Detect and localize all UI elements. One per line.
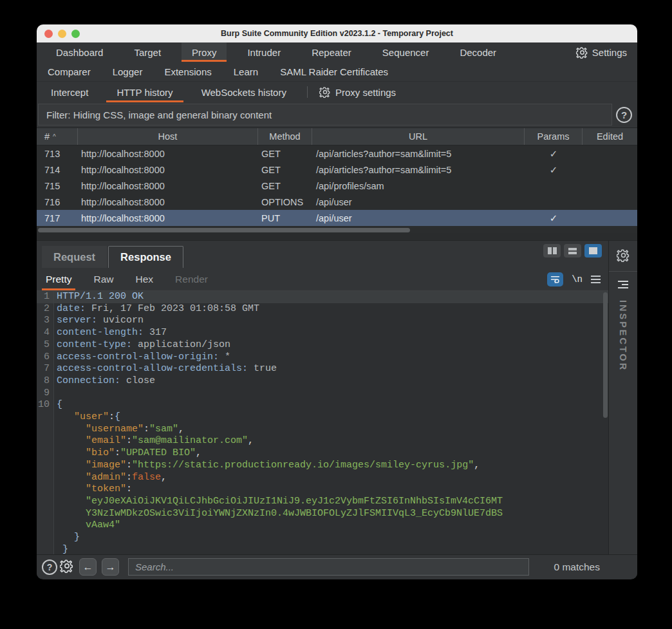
tab-request[interactable]: Request (42, 246, 107, 268)
settings-button[interactable]: Settings (572, 42, 631, 62)
code-line: "token": (37, 483, 608, 496)
code-text (54, 388, 57, 400)
line-number (37, 472, 54, 484)
code-line: 5content-type: application/json (37, 339, 608, 352)
tab-hex[interactable]: Hex (136, 268, 154, 290)
params-check: ✓ (525, 148, 583, 160)
tab-repeater[interactable]: Repeater (301, 42, 362, 62)
traffic-lights (44, 30, 80, 38)
column-header-edited[interactable]: Edited (583, 128, 637, 145)
line-number (37, 483, 54, 496)
tab-extensions[interactable]: Extensions (154, 62, 221, 81)
code-text: "bio":"UPDATED BIO", (54, 447, 201, 460)
tab-logger[interactable]: Logger (102, 62, 153, 81)
line-number: 3 (37, 315, 54, 327)
code-text: HTTP/1.1 200 OK (54, 291, 144, 303)
table-row[interactable]: 716 http://localhost:8000 OPTIONS /api/u… (37, 194, 637, 210)
inspector-label[interactable]: INSPECTOR (618, 300, 628, 371)
line-number (37, 532, 54, 544)
line-number (37, 520, 54, 532)
column-header-host[interactable]: Host (78, 128, 258, 145)
editor-settings-button[interactable] (617, 249, 630, 265)
code-text: date: Fri, 17 Feb 2023 01:08:58 GMT (54, 303, 259, 315)
search-prev-button[interactable]: ← (79, 558, 97, 576)
tab-comparer[interactable]: Comparer (37, 62, 101, 81)
help-icon[interactable]: ? (616, 107, 632, 123)
code-line: } (37, 532, 608, 544)
layout-columns-button[interactable] (543, 244, 561, 258)
line-number: 10 (37, 399, 54, 411)
table-row[interactable]: 715 http://localhost:8000 GET /api/profi… (37, 178, 637, 194)
tab-target[interactable]: Target (124, 42, 171, 62)
line-number: 9 (37, 388, 54, 400)
code-line: 6access-control-allow-origin: * (37, 352, 608, 364)
tab-pretty[interactable]: Pretty (46, 268, 71, 290)
code-line: 1HTTP/1.1 200 OK (37, 291, 608, 303)
titlebar: Burp Suite Community Edition v2023.1.2 -… (37, 24, 637, 42)
newline-toggle-button[interactable]: \n (572, 274, 583, 285)
table-row-selected[interactable]: 717 http://localhost:8000 PUT /api/user … (37, 210, 637, 226)
tab-raw[interactable]: Raw (93, 268, 113, 290)
code-line: 8Connection: close (37, 375, 608, 388)
gear-icon (617, 249, 630, 262)
proxy-settings-button[interactable]: Proxy settings (314, 82, 401, 102)
tab-intruder[interactable]: Intruder (237, 42, 291, 62)
arrow-right-icon: → (106, 561, 116, 573)
search-input[interactable] (128, 558, 529, 576)
subtab-separator (307, 86, 308, 98)
layout-single-button[interactable] (584, 244, 602, 258)
tab-websockets-history[interactable]: WebSockets history (191, 82, 297, 102)
table-row[interactable]: 713 http://localhost:8000 GET /api/artic… (37, 146, 637, 162)
layout-rows-button[interactable] (564, 244, 581, 258)
editor-menu-icon[interactable] (591, 276, 601, 283)
code-text: content-type: application/json (54, 339, 230, 352)
question-mark-glyph: ? (621, 109, 627, 120)
code-line: 2date: Fri, 17 Feb 2023 01:08:58 GMT (37, 303, 608, 315)
column-header-method[interactable]: Method (258, 128, 312, 145)
column-header-url[interactable]: URL (312, 128, 525, 145)
code-text: Connection: close (54, 375, 155, 388)
word-wrap-button[interactable] (547, 272, 563, 286)
tab-intercept[interactable]: Intercept (41, 82, 98, 102)
line-number (37, 496, 54, 508)
close-window-button[interactable] (44, 30, 53, 38)
code-line: "bio":"UPDATED BIO", (37, 447, 608, 460)
code-text: "admin":false, (54, 472, 167, 484)
filter-bar[interactable]: Filter: Hiding CSS, image and general bi… (38, 104, 612, 126)
line-number: 1 (37, 291, 54, 303)
main-nav: Dashboard Target Proxy Intruder Repeater… (37, 42, 637, 81)
search-help-icon[interactable]: ? (42, 559, 57, 575)
zoom-window-button[interactable] (71, 30, 80, 38)
line-number: 5 (37, 339, 54, 352)
panel-splitter[interactable] (37, 233, 637, 241)
tab-decoder[interactable]: Decoder (449, 42, 507, 62)
tab-proxy[interactable]: Proxy (182, 42, 227, 62)
tab-response[interactable]: Response (108, 246, 183, 268)
column-header-num[interactable]: # ^ (37, 128, 78, 145)
tab-sequencer[interactable]: Sequencer (372, 42, 440, 62)
code-text: "user":{ (54, 411, 120, 424)
line-number (37, 447, 54, 460)
table-header[interactable]: # ^ Host Method URL Params Edited (37, 127, 637, 146)
code-line: 9 (37, 388, 608, 400)
tab-dashboard[interactable]: Dashboard (46, 42, 113, 62)
horizontal-scrollbar[interactable] (37, 227, 637, 233)
response-editor[interactable]: 1HTTP/1.1 200 OK2date: Fri, 17 Feb 2023 … (37, 290, 608, 554)
table-row[interactable]: 714 http://localhost:8000 GET /api/artic… (37, 162, 637, 178)
column-header-params[interactable]: Params (525, 128, 583, 145)
minimize-window-button[interactable] (58, 30, 66, 38)
code-line: 7access-control-allow-credentials: true (37, 363, 608, 375)
scrollbar-thumb[interactable] (38, 228, 410, 232)
code-line: "image":"https://static.productionready.… (37, 460, 608, 472)
inspector-collapse-icon[interactable] (618, 281, 628, 288)
search-bar: ? ← → 0 matches (37, 554, 637, 579)
inspector-sidebar: INSPECTOR (608, 241, 637, 554)
search-next-button[interactable]: → (102, 558, 119, 576)
vertical-scrollbar[interactable] (603, 292, 608, 418)
code-text: "eyJ0eXAiOiJKV1QiLCJhbGciOiJIUzI1NiJ9.ey… (54, 496, 503, 508)
search-settings-button[interactable] (60, 559, 74, 576)
tab-learn[interactable]: Learn (223, 62, 268, 81)
tab-http-history[interactable]: HTTP history (106, 82, 183, 102)
line-number: 2 (37, 303, 54, 315)
tab-saml-raider-certificates[interactable]: SAML Raider Certificates (270, 62, 398, 81)
